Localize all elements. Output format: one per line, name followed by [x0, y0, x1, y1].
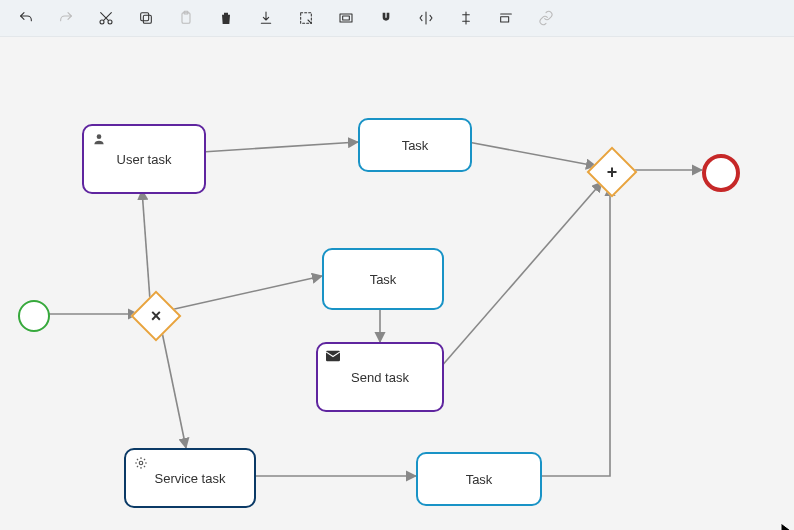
- toolbar: [0, 0, 794, 37]
- svg-rect-8: [343, 16, 350, 20]
- cut-button[interactable]: [90, 4, 122, 32]
- task-bot-label: Task: [466, 472, 493, 487]
- user-task-node[interactable]: User task: [82, 124, 206, 194]
- task-top-node[interactable]: Task: [358, 118, 472, 172]
- lasso-button[interactable]: [290, 4, 322, 32]
- gear-icon: [134, 456, 148, 473]
- diagram-canvas[interactable]: × User task Task Task Send task Service …: [0, 36, 794, 530]
- edge-user_task-task_top[interactable]: [202, 142, 358, 152]
- envelope-icon: [326, 350, 340, 365]
- edge-task_top-gw_plus[interactable]: [468, 142, 596, 166]
- svg-rect-7: [340, 14, 352, 22]
- distribute-v-button[interactable]: [450, 4, 482, 32]
- undo-button[interactable]: [10, 4, 42, 32]
- snap-button[interactable]: [370, 4, 402, 32]
- service-task-node[interactable]: Service task: [124, 448, 256, 508]
- download-button[interactable]: [250, 4, 282, 32]
- task-bot-node[interactable]: Task: [416, 452, 542, 506]
- svg-point-10: [97, 134, 102, 139]
- service-task-label: Service task: [155, 471, 226, 486]
- svg-rect-3: [141, 13, 149, 21]
- task-mid-node[interactable]: Task: [322, 248, 444, 310]
- delete-button[interactable]: [210, 4, 242, 32]
- start-event[interactable]: [18, 300, 50, 332]
- cursor-icon: [780, 522, 794, 530]
- distribute-h-button[interactable]: [410, 4, 442, 32]
- parallel-gateway[interactable]: +: [587, 147, 638, 198]
- svg-rect-2: [143, 15, 151, 23]
- align-button[interactable]: [490, 4, 522, 32]
- edge-task_bot-gw_plus[interactable]: [538, 186, 610, 476]
- end-event[interactable]: [702, 154, 740, 192]
- gateway-plus-symbol: +: [596, 156, 628, 188]
- svg-point-12: [139, 461, 143, 465]
- task-mid-label: Task: [370, 272, 397, 287]
- edge-gw_x-user_task[interactable]: [142, 190, 150, 300]
- svg-rect-9: [501, 17, 509, 22]
- user-task-label: User task: [117, 152, 172, 167]
- edge-send_task-gw_plus[interactable]: [440, 182, 602, 368]
- send-task-node[interactable]: Send task: [316, 342, 444, 412]
- gateway-x-symbol: ×: [140, 300, 172, 332]
- space-frame-button[interactable]: [330, 4, 362, 32]
- redo-button[interactable]: [50, 4, 82, 32]
- paste-button[interactable]: [170, 4, 202, 32]
- user-icon: [92, 132, 106, 149]
- send-task-label: Send task: [351, 370, 409, 385]
- edge-gw_x-service[interactable]: [162, 332, 186, 448]
- task-top-label: Task: [402, 138, 429, 153]
- link-button[interactable]: [530, 4, 562, 32]
- copy-button[interactable]: [130, 4, 162, 32]
- exclusive-gateway[interactable]: ×: [131, 291, 182, 342]
- edge-gw_x-task_mid[interactable]: [170, 276, 322, 310]
